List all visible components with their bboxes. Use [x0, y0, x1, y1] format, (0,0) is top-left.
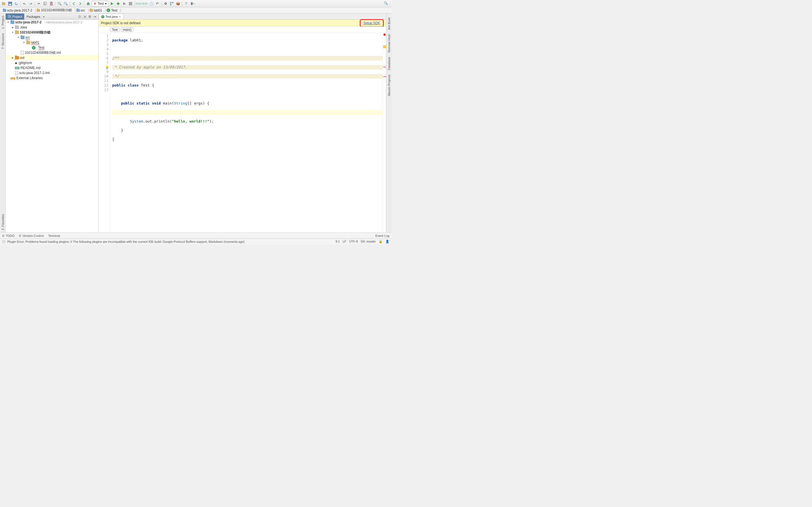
project-tree[interactable]: ▼sctu-java-2017-2 ~/dev/sctu/sctu-java-2… [6, 20, 98, 232]
tab-todo[interactable]: 6: TODO [2, 234, 15, 237]
error-stripe[interactable] [383, 33, 386, 232]
debug-icon[interactable] [115, 1, 121, 6]
intention-bulb-icon[interactable]: 💡 [105, 65, 109, 69]
chevron-down-icon: ▾ [105, 2, 107, 6]
main-toolbar: ✂ 🔍 🔍 ✕ Test ▾ VCS↓ VCS↑ 🕑 ↶ ⚙ 📦 ? 🔍 [0, 0, 392, 7]
find-icon[interactable]: 🔍 [57, 1, 62, 6]
line-gutter[interactable]: 12345678910111213 [99, 33, 110, 232]
cut-icon[interactable]: ✂ [36, 1, 42, 6]
status-icon[interactable]: ▢ [2, 240, 5, 243]
setup-sdk-link[interactable]: Setup SDK [363, 21, 380, 25]
project-tool-window: Project Packages ▸ ⊙ ⇲ ⚙ ⇥ ▼sctu-java-20… [6, 13, 99, 232]
svg-rect-6 [50, 2, 53, 6]
refresh-icon[interactable] [13, 1, 19, 6]
vcs-commit-icon[interactable]: VCS↑ [142, 1, 148, 6]
sdk-warning-text: Project SDK is not defined [101, 21, 140, 25]
breadcrumb-class[interactable]: CTest [105, 8, 120, 13]
help-icon[interactable]: ? [183, 1, 189, 6]
svg-marker-9 [87, 2, 90, 3]
project-structure-icon[interactable] [169, 1, 174, 6]
close-icon[interactable]: ✕ [119, 15, 121, 18]
tab-version-control[interactable]: 9: Version Control [19, 234, 44, 237]
editor-area: C Test.java ✕ Project SDK is not defined… [99, 13, 386, 232]
build-icon[interactable] [86, 1, 91, 6]
code-editor[interactable]: package lab01; /** * Created by apple on… [110, 33, 383, 232]
tool-maven[interactable]: Maven Projects [388, 75, 391, 96]
bottom-tool-bar: 6: TODO 9: Version Control Terminal Even… [0, 232, 392, 238]
forward-icon[interactable] [77, 1, 83, 6]
hide-icon[interactable]: ⇥ [93, 15, 97, 18]
lock-icon[interactable]: 🔒 [378, 240, 383, 243]
breadcrumb-module[interactable]: 10210240089陈功锁 [35, 8, 74, 13]
replace-icon[interactable]: 🔍 [63, 1, 68, 6]
tab-terminal[interactable]: Terminal [48, 234, 60, 237]
tool-project[interactable]: 1: Project [1, 16, 4, 29]
crumb-method[interactable]: main() [121, 27, 133, 32]
right-tool-strip: Ant Build Remote Host Database Maven Pro… [386, 13, 392, 232]
svg-rect-15 [129, 2, 132, 5]
search-everywhere-icon[interactable]: 🔍 [384, 1, 389, 6]
collapse-all-icon[interactable]: ⇲ [83, 15, 87, 18]
left-tool-strip: 1: Project 7: Structure 2: Favorites [0, 13, 6, 232]
git-branch[interactable]: Git: master [361, 240, 376, 243]
encoding[interactable]: UTF-8 [349, 240, 358, 243]
scroll-from-source-icon[interactable]: ⊙ [78, 15, 82, 18]
breadcrumb-project[interactable]: sctu-java-2017-2 [1, 8, 35, 13]
gear-icon[interactable]: ⚙ [88, 15, 92, 18]
svg-rect-7 [50, 2, 52, 3]
editor-tab-test[interactable]: C Test.java ✕ [99, 13, 123, 19]
settings-icon[interactable]: ⚙ [163, 1, 168, 6]
tool-remote[interactable]: Remote Host [388, 34, 391, 52]
status-message: Plugin Error: Problems found loading plu… [7, 240, 245, 243]
svg-rect-5 [44, 2, 47, 4]
run-config-selector[interactable]: ✕ Test ▾ [92, 1, 109, 6]
history-icon[interactable]: 🕑 [148, 1, 154, 6]
caret-position[interactable]: 9:1 [336, 240, 340, 243]
svg-rect-19 [191, 2, 193, 5]
undo-icon[interactable] [22, 1, 28, 6]
tab-packages[interactable]: Packages [24, 13, 42, 20]
error-marker[interactable] [384, 34, 386, 36]
paste-icon[interactable] [49, 1, 54, 6]
copy-icon[interactable] [42, 1, 48, 6]
navigation-breadcrumb: sctu-java-2017-2 10210240089陈功锁 src lab0… [0, 7, 392, 13]
crumb-class[interactable]: Test [110, 27, 119, 32]
vcs-update-icon[interactable]: VCS↓ [136, 1, 142, 6]
exit-icon[interactable] [190, 1, 195, 6]
svg-rect-17 [172, 2, 173, 3]
hector-icon[interactable]: 👤 [386, 240, 389, 243]
save-icon[interactable] [7, 1, 13, 6]
tool-favorites[interactable]: 2: Favorites [1, 214, 4, 230]
line-ending[interactable]: LF [343, 240, 346, 243]
tool-ant[interactable]: Ant Build [388, 17, 391, 30]
tool-structure[interactable]: 7: Structure [1, 33, 4, 49]
editor-breadcrumbs: Test main() [99, 26, 386, 33]
coverage-icon[interactable] [121, 1, 127, 6]
error-icon: ✕ [94, 2, 96, 6]
breadcrumb-src[interactable]: src [75, 8, 88, 13]
breadcrumb-pkg[interactable]: lab01 [88, 8, 105, 13]
svg-rect-16 [170, 2, 171, 3]
svg-marker-14 [123, 2, 126, 5]
run-icon[interactable] [109, 1, 115, 6]
stop-icon[interactable] [128, 1, 133, 6]
tree-row-out[interactable]: ▶out [6, 55, 98, 60]
open-icon[interactable] [1, 1, 7, 6]
tab-event-log[interactable]: Event Log [375, 234, 389, 237]
back-icon[interactable] [71, 1, 77, 6]
error-tick[interactable] [383, 76, 386, 77]
error-tick[interactable] [383, 67, 386, 67]
svg-rect-0 [2, 3, 5, 5]
tool-database[interactable]: Database [388, 57, 391, 70]
sdk-warning-bar: Project SDK is not defined Setup SDK [99, 20, 386, 26]
svg-rect-3 [9, 4, 11, 5]
run-config-name: Test [98, 2, 104, 6]
revert-icon[interactable]: ↶ [154, 1, 160, 6]
redo-icon[interactable] [28, 1, 34, 6]
warning-marker[interactable] [383, 45, 386, 48]
sdk-icon[interactable]: 📦 [175, 1, 181, 6]
svg-rect-8 [87, 3, 90, 5]
status-bar: ▢ Plugin Error: Problems found loading p… [0, 238, 392, 244]
chevron-right-icon[interactable]: ▸ [43, 15, 45, 18]
tab-project[interactable]: Project [6, 13, 24, 20]
